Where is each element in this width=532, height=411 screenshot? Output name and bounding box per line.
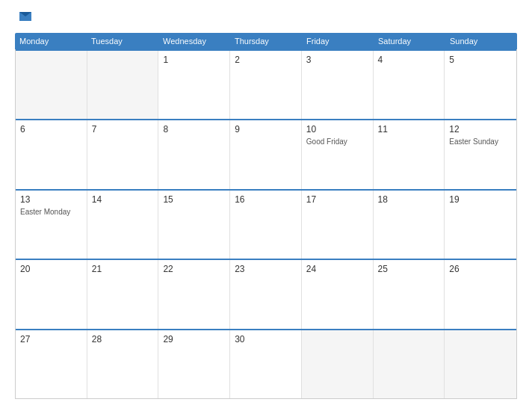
calendar-week: 13Easter Monday141516171819 [16,189,516,259]
calendar-cell: 7 [87,120,159,188]
calendar-cell: 23 [230,260,302,328]
day-number: 5 [449,55,512,65]
calendar-cell: 14 [87,191,159,259]
calendar-cell: 25 [374,260,445,328]
day-number: 16 [235,194,297,205]
calendar-cell: 4 [374,51,445,119]
calendar-cell: 29 [158,330,230,398]
calendar-cell: 30 [230,330,302,398]
page-header [15,12,517,25]
calendar-cell: 28 [87,330,159,398]
calendar-cell: 17 [302,191,374,259]
day-number: 20 [20,264,82,274]
day-event: Easter Sunday [449,137,512,146]
day-number: 2 [235,55,297,65]
calendar-week: 20212223242526 [16,259,516,328]
calendar-cell: 20 [16,260,87,328]
day-number: 12 [449,124,512,135]
day-number: 1 [163,55,225,65]
calendar-cell: 16 [230,191,302,259]
day-number: 21 [92,264,154,274]
calendar-cell: 24 [302,260,374,328]
day-number: 17 [306,194,368,205]
calendar-cell: 2 [230,51,302,119]
day-number: 18 [378,194,440,205]
day-number: 19 [449,194,512,205]
calendar-cell: 21 [87,260,159,328]
calendar-cell: 13Easter Monday [16,191,87,259]
day-event: Easter Monday [20,208,82,216]
logo [15,12,33,25]
calendar-cell: 26 [445,260,516,328]
calendar-body: 12345678910Good Friday1112Easter Sunday1… [15,49,517,399]
calendar-cell: 12Easter Sunday [445,120,516,188]
day-number: 28 [92,334,154,344]
day-number: 29 [163,334,225,344]
day-number: 4 [378,55,440,65]
calendar-cell: 11 [374,120,445,188]
day-number: 6 [20,124,82,135]
calendar-cell: 1 [158,51,230,119]
weekday-header: Tuesday [87,33,158,49]
day-number: 26 [449,264,512,274]
day-number: 11 [378,124,440,135]
day-number: 7 [92,124,154,135]
day-number: 8 [163,124,225,135]
calendar-cell: 3 [302,51,374,119]
calendar-cell [374,330,445,398]
calendar-week: 12345 [16,49,516,119]
day-number: 27 [20,334,82,344]
calendar-cell [16,51,87,119]
day-number: 24 [306,264,368,274]
logo-flag-icon [16,10,33,24]
calendar-cell: 18 [374,191,445,259]
calendar-cell: 27 [16,330,87,398]
calendar-cell: 15 [158,191,230,259]
calendar-cell: 8 [158,120,230,188]
day-number: 14 [92,194,154,205]
calendar-cell: 22 [158,260,230,328]
calendar-cell: 19 [445,191,516,259]
day-number: 13 [20,194,82,205]
calendar: MondayTuesdayWednesdayThursdayFridaySatu… [15,33,517,399]
day-number: 22 [163,264,225,274]
day-number: 10 [306,124,368,135]
day-number: 23 [235,264,297,274]
calendar-cell: 6 [16,120,87,188]
weekday-header: Sunday [445,33,517,49]
calendar-week: 27282930 [16,329,516,398]
weekday-header: Saturday [374,33,445,49]
weekday-header: Friday [302,33,374,49]
calendar-cell [302,330,374,398]
weekday-header: Monday [15,33,87,49]
calendar-cell [445,330,516,398]
day-number: 9 [235,124,297,135]
weekday-header: Thursday [230,33,302,49]
calendar-cell: 10Good Friday [302,120,374,188]
day-number: 25 [378,264,440,274]
weekday-header: Wednesday [158,33,230,49]
day-number: 30 [235,334,297,344]
calendar-cell: 9 [230,120,302,188]
day-event: Good Friday [306,137,368,146]
calendar-header: MondayTuesdayWednesdayThursdayFridaySatu… [15,33,517,49]
calendar-week: 678910Good Friday1112Easter Sunday [16,119,516,188]
day-number: 3 [306,55,368,65]
day-number: 15 [163,194,225,205]
calendar-cell [87,51,159,119]
calendar-cell: 5 [445,51,516,119]
